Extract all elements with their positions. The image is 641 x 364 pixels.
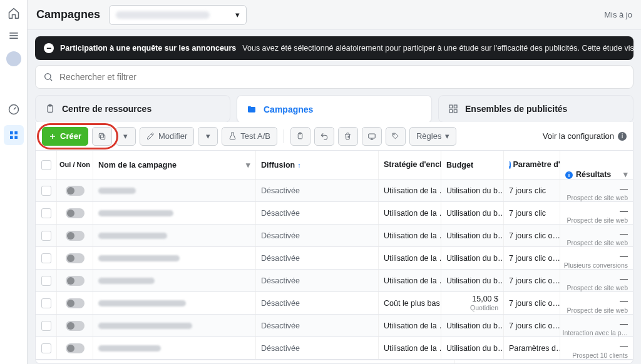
- info-icon: i: [565, 171, 573, 179]
- table-row[interactable]: Désactivée Utilisation de la … Utilisati…: [36, 202, 633, 225]
- row-toggle[interactable]: [66, 231, 85, 241]
- svg-point-8: [45, 74, 51, 79]
- cell-budget: Utilisation du b…: [441, 179, 504, 201]
- avatar[interactable]: [6, 51, 21, 66]
- folder-icon: [246, 104, 257, 115]
- duplicate-button[interactable]: [92, 127, 112, 146]
- col-attribution[interactable]: iParamètre d'attribution: [504, 151, 560, 179]
- row-toggle[interactable]: [66, 186, 85, 196]
- cell-budget: Utilisation du b…: [441, 337, 504, 359]
- col-budget[interactable]: Budget: [441, 151, 504, 179]
- search-bar[interactable]: [35, 65, 633, 89]
- tab-adsets[interactable]: Ensembles de publicités: [438, 95, 633, 123]
- cell-results: —Prospect de site web: [560, 292, 633, 314]
- redacted-name: [98, 233, 167, 239]
- sort-asc-icon: ↑: [297, 161, 301, 169]
- row-toggle[interactable]: [66, 253, 85, 263]
- search-input[interactable]: [59, 72, 625, 82]
- row-checkbox[interactable]: [41, 343, 51, 353]
- banner-title: Participation à une enquête sur les anno…: [60, 44, 236, 53]
- redacted-name: [98, 323, 192, 329]
- row-toggle[interactable]: [66, 208, 85, 218]
- col-strategy[interactable]: Stratégie d'enchère: [379, 151, 441, 179]
- col-name[interactable]: Nom de la campagne▾: [93, 151, 256, 179]
- redacted-name: [98, 278, 155, 284]
- banner-text: Vous avez été sélectionné aléatoirement …: [242, 44, 633, 53]
- delete-button[interactable]: [338, 127, 358, 146]
- export-button[interactable]: [362, 127, 382, 146]
- col-toggle[interactable]: Oui / Non: [57, 151, 93, 179]
- grid-icon[interactable]: [4, 125, 24, 145]
- cell-budget: Utilisation du b…: [441, 270, 504, 291]
- dropdown-button[interactable]: ▾: [116, 127, 136, 146]
- cell-budget: Utilisation du b…: [441, 202, 504, 224]
- svg-rect-23: [369, 133, 376, 138]
- col-diffusion[interactable]: Diffusion↑: [256, 151, 379, 179]
- cell-attribution: Paramètres d…: [504, 337, 560, 359]
- edit-button[interactable]: Modifier: [140, 127, 194, 146]
- table-row[interactable]: Désactivée Utilisation de la … Utilisati…: [36, 270, 633, 292]
- info-icon[interactable]: i: [618, 132, 627, 141]
- svg-rect-6: [10, 136, 13, 139]
- table-row[interactable]: Désactivée Utilisation de la … Utilisati…: [36, 247, 633, 270]
- table-row[interactable]: Désactivée Utilisation de la … Utilisati…: [36, 225, 633, 247]
- cell-results: —Plusieurs conversions: [560, 247, 633, 269]
- row-checkbox[interactable]: [41, 321, 51, 331]
- svg-rect-18: [101, 134, 105, 139]
- cell-diffusion: Désactivée: [256, 337, 379, 359]
- row-toggle[interactable]: [66, 343, 85, 353]
- home-icon[interactable]: [7, 6, 21, 20]
- account-selector[interactable]: ▾: [109, 5, 247, 25]
- row-checkbox[interactable]: [41, 298, 51, 308]
- cell-results: —Prospect de site web: [560, 225, 633, 246]
- cell-attribution: 7 jours clic o…: [504, 270, 560, 291]
- cell-strategy: Utilisation de la …: [379, 337, 441, 359]
- edit-dropdown[interactable]: ▾: [198, 127, 218, 146]
- row-checkbox[interactable]: [41, 208, 51, 218]
- table-row[interactable]: Désactivée Utilisation de la … Utilisati…: [36, 337, 633, 360]
- table-row[interactable]: Désactivée Utilisation de la … Utilisati…: [36, 179, 633, 202]
- rules-button[interactable]: Règles ▾: [409, 127, 456, 146]
- cell-results: —Prospect 10 clients: [560, 337, 633, 359]
- row-toggle[interactable]: [66, 321, 85, 331]
- cell-strategy: Coût le plus bas: [379, 292, 441, 314]
- tab-resources[interactable]: Centre de ressources: [35, 95, 230, 123]
- create-button[interactable]: Créer: [42, 127, 88, 146]
- row-checkbox[interactable]: [41, 186, 51, 196]
- test-ab-button[interactable]: Test A/B: [222, 127, 277, 146]
- row-toggle[interactable]: [66, 276, 85, 286]
- collapse-icon[interactable]: −: [44, 43, 54, 53]
- tag-button[interactable]: [386, 127, 406, 146]
- clipboard-icon: [44, 103, 56, 114]
- row-checkbox[interactable]: [41, 231, 51, 241]
- view-config-link[interactable]: Voir la configuration: [543, 131, 614, 141]
- cell-strategy: Utilisation de la …: [379, 225, 441, 246]
- redacted-name: [98, 345, 161, 351]
- col-results[interactable]: iRésultats▾: [560, 151, 633, 179]
- svg-rect-13: [454, 105, 457, 108]
- select-all-checkbox[interactable]: [41, 160, 51, 170]
- gauge-icon[interactable]: [7, 103, 21, 116]
- chevron-down-icon: ▾: [445, 131, 449, 141]
- cell-budget: 15,00 $Quotidien: [441, 292, 504, 314]
- row-toggle[interactable]: [66, 298, 85, 308]
- redacted-account: [116, 11, 210, 19]
- cell-diffusion: Désactivée: [256, 292, 379, 314]
- hamburger-icon[interactable]: [7, 29, 21, 43]
- button-label: Règles: [416, 131, 441, 141]
- undo-button[interactable]: [314, 127, 334, 146]
- tab-label: Campagnes: [264, 104, 313, 114]
- info-icon: i: [509, 161, 511, 169]
- svg-line-9: [50, 79, 52, 81]
- redacted-name: [98, 255, 180, 261]
- table-row[interactable]: Désactivée Coût le plus bas 15,00 $Quoti…: [36, 292, 633, 315]
- row-checkbox[interactable]: [41, 276, 51, 286]
- copy-button[interactable]: [290, 127, 310, 146]
- cell-diffusion: Désactivée: [256, 315, 379, 336]
- chevron-down-icon: ▾: [206, 131, 210, 141]
- cell-diffusion: Désactivée: [256, 179, 379, 201]
- footer-attr: Paramètres d'…: [399, 360, 455, 363]
- table-row[interactable]: Désactivée Utilisation de la … Utilisati…: [36, 315, 633, 337]
- row-checkbox[interactable]: [41, 253, 51, 263]
- tab-campaigns[interactable]: Campagnes: [237, 95, 432, 123]
